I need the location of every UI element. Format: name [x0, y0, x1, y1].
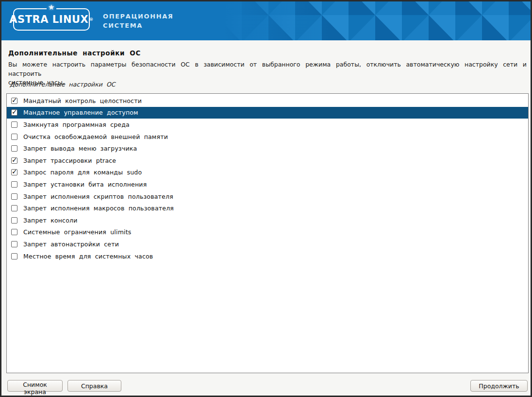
option-row[interactable]: Запрет исполнения скриптов пользователя [7, 190, 528, 203]
option-row[interactable]: Системные ограничения ulimits [7, 226, 528, 239]
option-label: Системные ограничения ulimits [23, 228, 132, 236]
option-label: Запрет исполнения скриптов пользователя [23, 193, 173, 200]
option-label: Очистка освобождаемой внешней памяти [23, 133, 168, 140]
page-title: Дополнительные настройки ОС [8, 49, 141, 57]
checkbox-icon[interactable] [11, 217, 17, 224]
checkbox-icon[interactable] [11, 181, 17, 188]
product-name: ОПЕРАЦИОННАЯ СИСТЕМА [103, 12, 173, 30]
checkbox-icon[interactable] [11, 229, 17, 235]
installer-window: ★ ASTRA LINUX® ОПЕРАЦИОННАЯ СИСТЕМА Допо… [0, 0, 532, 397]
option-label: Местное время для системных часов [23, 253, 153, 260]
option-row[interactable]: Запрет консоли [7, 214, 528, 226]
astra-linux-logo: ★ ASTRA LINUX® [13, 8, 90, 31]
logo-text: ASTRA LINUX [9, 14, 88, 25]
checkbox-icon[interactable] [11, 145, 17, 152]
checkbox-icon[interactable] [11, 98, 17, 104]
option-label: Запрет консоли [23, 217, 78, 224]
section-label: Дополнительные настройки ОС [10, 81, 115, 88]
option-label: Запрет установки бита исполнения [23, 181, 147, 188]
checkbox-icon[interactable] [11, 205, 17, 211]
option-row[interactable]: Запрос пароля для команды sudo [7, 167, 528, 179]
option-row[interactable]: Мандатный контроль целостности [7, 95, 528, 107]
option-row[interactable]: Запрет исполнения макросов пользователя [7, 202, 528, 214]
description-line1: Вы можете настроить параметры безопаснос… [8, 60, 527, 78]
continue-button[interactable]: Продолжить [470, 380, 528, 392]
checkbox-icon[interactable] [11, 241, 17, 247]
option-label: Запрет вывода меню загрузчика [23, 145, 137, 152]
option-row[interactable]: Запрет трассировки ptrace [7, 155, 528, 167]
option-row[interactable]: Запрет автонастройки сети [7, 238, 528, 250]
registered-mark: ® [89, 17, 94, 22]
option-row[interactable]: Запрет вывода меню загрузчика [7, 142, 528, 155]
checkbox-icon[interactable] [11, 121, 17, 128]
checkbox-icon[interactable] [11, 134, 17, 140]
checkbox-icon[interactable] [11, 253, 17, 259]
header-banner: ★ ASTRA LINUX® ОПЕРАЦИОННАЯ СИСТЕМА [1, 1, 531, 40]
product-line1: ОПЕРАЦИОННАЯ [103, 12, 173, 21]
checkbox-icon[interactable] [11, 169, 17, 175]
option-label: Запрос пароля для команды sudo [23, 169, 142, 176]
option-row[interactable]: Замкнутая программная среда [7, 119, 528, 131]
option-label: Запрет автонастройки сети [23, 241, 119, 248]
screenshot-button[interactable]: Снимок экрана [7, 380, 63, 392]
options-list[interactable]: Мандатный контроль целостности Мандатное… [6, 93, 529, 373]
option-label: Мандатный контроль целостности [23, 97, 142, 104]
option-label: Мандатное управление доступом [23, 109, 138, 116]
option-row[interactable]: Мандатное управление доступом [7, 107, 528, 119]
star-icon: ★ [47, 4, 56, 11]
checkbox-icon[interactable] [11, 193, 17, 200]
option-label: Запрет исполнения макросов пользователя [23, 205, 174, 212]
option-label: Запрет трассировки ptrace [23, 157, 116, 164]
checkbox-icon[interactable] [11, 157, 17, 164]
option-row[interactable]: Запрет установки бита исполнения [7, 178, 528, 190]
option-label: Замкнутая программная среда [23, 121, 130, 128]
product-line2: СИСТЕМА [103, 21, 173, 30]
checkbox-icon[interactable] [11, 109, 17, 116]
option-row[interactable]: Очистка освобождаемой внешней памяти [7, 131, 528, 143]
help-button[interactable]: Справка [67, 380, 121, 392]
option-row[interactable]: Местное время для системных часов [7, 250, 528, 262]
